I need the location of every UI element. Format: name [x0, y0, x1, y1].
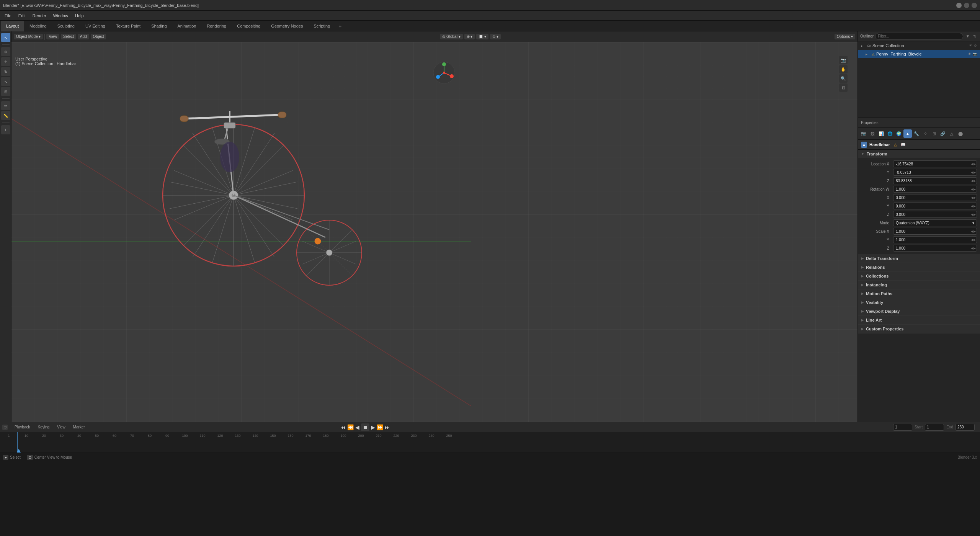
start-frame-field[interactable]: 1: [925, 424, 944, 431]
view-menu[interactable]: View: [46, 34, 59, 39]
transform-tool[interactable]: ⊞: [1, 87, 10, 96]
play-button[interactable]: ▶: [371, 424, 375, 430]
scene-props-icon[interactable]: 🌐: [886, 129, 894, 138]
location-y-field[interactable]: -0.03713 ◀ ▶: [893, 169, 977, 176]
scale-y-field[interactable]: 1.000 ◀ ▶: [893, 236, 977, 243]
custom-props-header[interactable]: ▶ Custom Properties: [858, 325, 980, 333]
outliner-item-scene-collection[interactable]: ▸ 🗂 Scene Collection 👁 ⊙: [858, 41, 980, 50]
visibility-header[interactable]: ▶ Visibility: [858, 298, 980, 307]
proportional-editing[interactable]: ⊙ ▾: [490, 34, 501, 39]
snapping[interactable]: 🔲 ▾: [476, 34, 488, 39]
delta-transform-header[interactable]: ▶ Delta Transform: [858, 254, 980, 263]
scale-x-field[interactable]: 1.000 ◀ ▶: [893, 228, 977, 235]
outliner-sort-button[interactable]: ⇅: [972, 33, 978, 39]
rotation-y-field[interactable]: 0.000 ◀ ▶: [893, 203, 977, 209]
select-tool[interactable]: ↖: [1, 33, 10, 42]
marker-menu[interactable]: Marker: [71, 424, 87, 430]
relations-header[interactable]: ▶ Relations: [858, 263, 980, 271]
tab-sculpting[interactable]: Sculpting: [52, 21, 80, 31]
output-props-icon[interactable]: 🖼: [868, 129, 877, 138]
menu-window[interactable]: Window: [50, 13, 71, 19]
select-menu[interactable]: Select: [61, 34, 76, 39]
loc-x-dec[interactable]: ◀: [971, 162, 973, 166]
window-controls[interactable]: [956, 3, 977, 8]
zoom-button[interactable]: 🔍: [839, 74, 848, 83]
tab-uv-editing[interactable]: UV Editing: [80, 21, 111, 31]
add-workspace-button[interactable]: +: [335, 21, 345, 31]
scale-tool[interactable]: ⤡: [1, 77, 10, 86]
menu-render[interactable]: Render: [29, 13, 49, 19]
modifier-props-icon[interactable]: 🔧: [912, 129, 921, 138]
tab-animation[interactable]: Animation: [172, 21, 202, 31]
reverse-play-button[interactable]: ◀: [355, 424, 359, 430]
object-menu[interactable]: Object: [91, 34, 106, 39]
jump-end-button[interactable]: ⏭: [385, 424, 390, 430]
scale-z-field[interactable]: 1.000 ◀ ▶: [893, 245, 977, 252]
close-button[interactable]: [972, 3, 977, 8]
menu-file[interactable]: File: [2, 13, 15, 19]
tab-texture-paint[interactable]: Texture Paint: [111, 21, 146, 31]
minimize-button[interactable]: [956, 3, 962, 8]
location-z-field[interactable]: 83.83188 ◀ ▶: [893, 177, 977, 184]
move-tool[interactable]: ✛: [1, 57, 10, 66]
outliner-item-handlebar[interactable]: ▸ △ Penny_Farthing_Bicycle 👁 📷: [858, 50, 980, 58]
instancing-header[interactable]: ▶ Instancing: [858, 281, 980, 289]
next-frame-button[interactable]: ⏩: [377, 424, 383, 430]
location-x-field[interactable]: -16.75428 ◀ ▶: [893, 160, 977, 167]
add-menu[interactable]: Add: [78, 34, 89, 39]
menu-edit[interactable]: Edit: [15, 13, 29, 19]
tab-geometry-nodes[interactable]: Geometry Nodes: [266, 21, 308, 31]
pan-button[interactable]: ✋: [839, 65, 848, 74]
handlebar-eye-icon[interactable]: 👁: [968, 52, 971, 56]
collections-header[interactable]: ▶ Collections: [858, 272, 980, 280]
transform-section-header[interactable]: ▼ Transform: [858, 150, 980, 158]
rotate-tool[interactable]: ↻: [1, 67, 10, 76]
prev-frame-button[interactable]: ⏪: [347, 424, 354, 430]
transform-pivot[interactable]: ⊕ ▾: [464, 34, 475, 39]
tab-modeling[interactable]: Modeling: [24, 21, 52, 31]
viewport-options[interactable]: Options ▾: [835, 34, 855, 39]
timeline-type-icon[interactable]: ⏱: [2, 425, 8, 430]
line-art-header[interactable]: ▶ Line Art: [858, 316, 980, 324]
add-object-tool[interactable]: +: [1, 125, 10, 134]
world-props-icon[interactable]: 🌍: [895, 129, 903, 138]
loc-x-inc[interactable]: ▶: [973, 162, 976, 166]
viewport[interactable]: Object Mode ▾ View Select Add Object ⊙ G…: [11, 31, 858, 422]
object-mode-dropdown[interactable]: Object Mode ▾: [14, 34, 43, 39]
rotation-x-field[interactable]: 0.000 ◀ ▶: [893, 194, 977, 201]
transform-global[interactable]: ⊙ Global ▾: [440, 34, 462, 39]
menu-help[interactable]: Help: [72, 13, 87, 19]
particles-icon[interactable]: ⁘: [921, 129, 929, 138]
outliner-filter-button[interactable]: ▼: [965, 33, 971, 39]
playback-menu[interactable]: Playback: [12, 424, 33, 430]
viewport-display-header[interactable]: ▶ Viewport Display: [858, 307, 980, 315]
render-props-icon[interactable]: 📷: [859, 129, 868, 138]
zoom-camera-button[interactable]: 📷: [839, 56, 848, 64]
outliner-restrict-icon[interactable]: ⊙: [974, 44, 977, 47]
tab-shading[interactable]: Shading: [146, 21, 172, 31]
timeline-track[interactable]: 1 10 20 30 40 50 60 70 80 90 100 110 120…: [0, 432, 980, 453]
rotation-mode-dropdown[interactable]: Quaternion (WXYZ) ▾: [893, 219, 977, 226]
jump-start-button[interactable]: ⏮: [340, 424, 346, 430]
material-props-icon[interactable]: ⬤: [956, 129, 965, 138]
measure-tool[interactable]: 📏: [1, 111, 10, 120]
object-props-icon[interactable]: ▲: [903, 129, 912, 138]
tab-layout[interactable]: Layout: [1, 21, 24, 31]
data-props-icon[interactable]: △: [947, 129, 956, 138]
stop-button[interactable]: ⏹: [361, 423, 369, 431]
tab-scripting[interactable]: Scripting: [308, 21, 335, 31]
outliner-visibility-eye[interactable]: 👁: [969, 44, 972, 47]
rotation-w-field[interactable]: 1.000 ◀ ▶: [893, 186, 977, 193]
handlebar-cam-icon[interactable]: 📷: [973, 52, 977, 56]
view-layer-icon[interactable]: 📊: [877, 129, 885, 138]
viewport-canvas[interactable]: User Perspective (1) Scene Collection | …: [11, 42, 858, 422]
tab-rendering[interactable]: Rendering: [201, 21, 232, 31]
outliner-search[interactable]: [875, 33, 963, 40]
constraints-icon[interactable]: 🔗: [939, 129, 947, 138]
perspective-button[interactable]: ⊡: [839, 83, 848, 92]
end-frame-field[interactable]: 250: [956, 424, 975, 431]
rotation-z-field[interactable]: 0.000 ◀ ▶: [893, 211, 977, 218]
keying-menu[interactable]: Keying: [36, 424, 52, 430]
view-menu-timeline[interactable]: View: [55, 424, 68, 430]
physics-icon[interactable]: ⊞: [930, 129, 938, 138]
